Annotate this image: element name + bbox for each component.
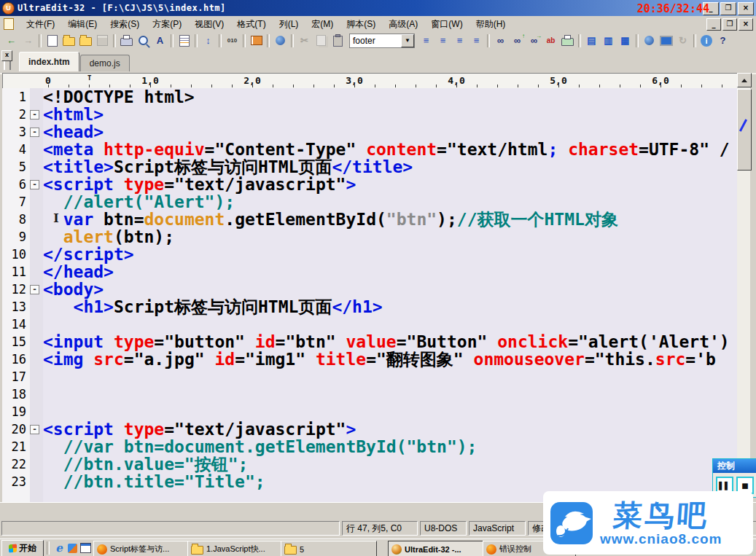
code-line-12[interactable]: 12-<body> <box>2 281 737 298</box>
info-icon[interactable]: i <box>701 35 712 47</box>
split-horizontal-icon[interactable]: ▤ <box>583 34 600 48</box>
code-line-8[interactable]: 8 var btn=document.getElementById("btn")… <box>2 211 737 228</box>
code-line-14[interactable]: 14 <box>2 316 737 333</box>
code-line-1[interactable]: 1<!DOCTYPE html> <box>2 88 737 106</box>
print-icon[interactable] <box>118 34 135 48</box>
code-line-11[interactable]: 11</head> <box>2 263 737 281</box>
menu-item-9[interactable]: 高级(A) <box>382 17 424 32</box>
code-line-13[interactable]: 13 <h1>Script标签与访问HTML页面</h1> <box>2 298 737 316</box>
menu-item-2[interactable]: 搜索(S) <box>104 17 146 32</box>
media-player-icon[interactable] <box>66 541 79 555</box>
menu-item-8[interactable]: 脚本(S) <box>340 17 382 32</box>
menu-item-11[interactable]: 帮助(H) <box>469 17 513 32</box>
spell-check-icon[interactable] <box>248 34 265 48</box>
find-combobox[interactable]: footer ▼ <box>349 34 415 48</box>
format-document-icon[interactable] <box>176 34 192 48</box>
code-line-17[interactable]: 17 <box>2 368 737 385</box>
save-icon[interactable] <box>94 34 111 48</box>
web-browser-icon[interactable] <box>641 34 658 48</box>
find-combobox-value[interactable]: footer <box>350 36 401 46</box>
fold-toggle-icon[interactable]: - <box>30 128 39 137</box>
task-button-3[interactable]: UltraEdit-32 -... <box>388 541 486 556</box>
code-editor[interactable]: 1<!DOCTYPE html>2-<html>3-<head>4<meta h… <box>2 88 737 502</box>
menu-item-1[interactable]: 编辑(E) <box>61 17 104 32</box>
close-icon[interactable]: × <box>738 2 754 15</box>
code-line-15[interactable]: 15<input type="button" id="btn" value="B… <box>2 333 737 351</box>
child-minimize-icon[interactable]: _ <box>706 18 721 31</box>
code-line-16[interactable]: 16<img src="a.jpg" id="img1" title="翻转图象… <box>2 351 737 368</box>
scrollbar-thumb[interactable] <box>737 89 752 171</box>
back-icon[interactable]: ← <box>3 34 20 48</box>
code-line-21[interactable]: 21 //var btn=document.getElementById("bt… <box>2 438 737 455</box>
sort-lines-icon[interactable]: ↕ <box>200 34 217 48</box>
menu-item-6[interactable]: 列(L) <box>273 17 305 32</box>
open-file-icon[interactable] <box>61 34 77 48</box>
tab-demo-js[interactable]: demo.js <box>80 55 130 71</box>
menu-item-10[interactable]: 窗口(W) <box>424 17 469 32</box>
menu-item-5[interactable]: 格式(T) <box>230 17 272 32</box>
tab-close-icon[interactable]: x <box>1 50 12 61</box>
task-button-0[interactable]: Script标签与访... <box>93 541 191 556</box>
scroll-up-icon[interactable] <box>737 73 752 87</box>
task-button-2[interactable]: 5 <box>281 541 377 556</box>
find-in-files-icon[interactable] <box>135 34 152 48</box>
fold-toggle-icon[interactable]: - <box>30 425 39 434</box>
tab-index-htm[interactable]: index.htm <box>19 52 79 71</box>
browser-window-icon[interactable] <box>79 541 92 555</box>
menu-item-4[interactable]: 视图(V) <box>188 17 230 32</box>
close-file-icon[interactable] <box>77 34 94 48</box>
print-selection-icon[interactable] <box>559 34 576 48</box>
hex-edit-icon[interactable]: 010 <box>224 34 241 48</box>
font-icon[interactable]: A <box>152 34 168 48</box>
task-button-1[interactable]: 1.JavaScript快... <box>187 541 284 556</box>
replace-icon[interactable]: ab <box>542 34 559 48</box>
menu-item-0[interactable]: 文件(F) <box>20 17 61 32</box>
code-line-7[interactable]: 7 //alert("Alert"); <box>2 193 737 211</box>
chevron-down-icon[interactable]: ▼ <box>401 34 414 47</box>
fold-toggle-icon[interactable]: - <box>30 180 39 189</box>
internet-explorer-icon[interactable]: e <box>52 541 66 555</box>
find-prev-icon[interactable]: ∞↑ <box>509 34 526 48</box>
show-monitor-icon[interactable] <box>658 34 674 48</box>
align-center-icon[interactable]: ≡ <box>434 34 451 48</box>
fold-toggle-icon[interactable]: - <box>30 285 39 294</box>
start-button[interactable]: 开始 <box>1 540 44 556</box>
paste-icon[interactable] <box>330 34 346 48</box>
code-line-19[interactable]: 19 <box>2 403 737 420</box>
split-vertical-icon[interactable]: ▥ <box>600 34 617 48</box>
minimize-icon[interactable]: _ <box>703 2 719 15</box>
code-line-3[interactable]: 3-<head> <box>2 123 737 141</box>
find-icon[interactable]: ∞ <box>492 34 509 48</box>
cascade-windows-icon[interactable]: ▦ <box>617 34 634 48</box>
new-file-icon[interactable] <box>44 34 61 48</box>
tab-grip-handle[interactable] <box>4 61 11 70</box>
control-panel-title[interactable]: 控制 <box>713 459 756 473</box>
code-line-20[interactable]: 20-<script type="text/javascript"> <box>2 420 737 438</box>
forward-icon[interactable]: → <box>20 34 36 48</box>
code-line-18[interactable]: 18 <box>2 385 737 403</box>
menu-item-3[interactable]: 方案(P) <box>146 17 188 32</box>
find-next-icon[interactable]: ∞→ <box>526 34 542 48</box>
code-line-23[interactable]: 23 //btn.title="Title"; <box>2 473 737 490</box>
code-line-6[interactable]: 6-<script type="text/javascript"> <box>2 176 737 193</box>
vertical-scrollbar[interactable] <box>737 73 750 502</box>
restore-icon[interactable]: ❐ <box>720 2 736 15</box>
code-line-10[interactable]: 10</script> <box>2 246 737 263</box>
code-line-2[interactable]: 2-<html> <box>2 106 737 123</box>
code-line-22[interactable]: 22 //btn.value="按钮"; <box>2 455 737 473</box>
code-line-5[interactable]: 5<title>Script标签与访问HTML页面</title> <box>2 158 737 176</box>
menu-item-7[interactable]: 宏(M) <box>305 17 340 32</box>
cut-icon[interactable]: ✂ <box>296 34 313 48</box>
browser-view-icon[interactable] <box>272 34 289 48</box>
align-left-icon[interactable]: ≡ <box>418 34 434 48</box>
child-close-icon[interactable]: × <box>739 18 753 31</box>
help-icon[interactable]: ? <box>714 34 731 48</box>
align-justify-icon[interactable]: ≡ <box>468 34 485 48</box>
refresh-icon[interactable]: ↻ <box>674 34 691 48</box>
code-line-4[interactable]: 4<meta http-equiv="Content-Type" content… <box>2 141 737 158</box>
copy-icon[interactable] <box>313 34 330 48</box>
child-restore-icon[interactable]: ❐ <box>722 18 737 31</box>
align-right-icon[interactable]: ≡ <box>451 34 468 48</box>
fold-toggle-icon[interactable]: - <box>30 110 39 120</box>
code-line-9[interactable]: 9 alert(btn); <box>2 228 737 246</box>
